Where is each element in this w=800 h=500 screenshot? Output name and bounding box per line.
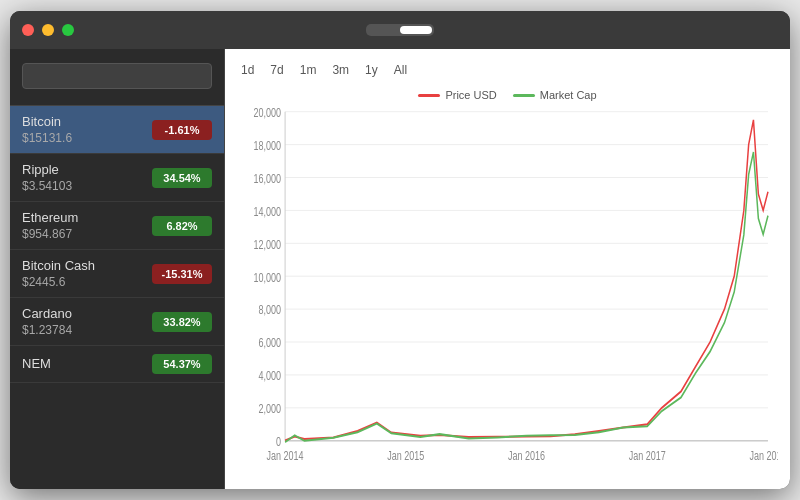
svg-text:10,000: 10,000 [254,270,282,284]
traffic-lights [22,24,74,36]
main-content: Bitcoin $15131.6 -1.61% Ripple $3.54103 … [10,49,790,489]
coin-item-bitcoin-cash[interactable]: Bitcoin Cash $2445.6 -15.31% [10,250,224,298]
legend-item: Price USD [418,89,496,101]
change-badge: 6.82% [152,216,212,236]
coin-list-header [10,93,224,106]
coin-info: Bitcoin Cash $2445.6 [22,258,95,289]
time-filter-1d[interactable]: 1d [237,61,258,79]
legend-item: Market Cap [513,89,597,101]
coin-name: NEM [22,356,51,371]
tab-realtime[interactable] [368,26,400,34]
sidebar: Bitcoin $15131.6 -1.61% Ripple $3.54103 … [10,49,225,489]
sidebar-header [10,49,224,93]
tab-portfolio[interactable] [400,26,432,34]
search-input[interactable] [22,63,212,89]
time-filter-1y[interactable]: 1y [361,61,382,79]
time-filter-7d[interactable]: 7d [266,61,287,79]
svg-text:Jan 2017: Jan 2017 [629,448,666,462]
change-badge: -1.61% [152,120,212,140]
time-filter-group: 1d7d1m3m1yAll [237,61,778,79]
svg-text:Jan 2018: Jan 2018 [749,448,778,462]
legend-color [513,94,535,97]
coin-item-nem[interactable]: NEM 54.37% [10,346,224,383]
change-badge: 54.37% [152,354,212,374]
titlebar [10,11,790,49]
coin-price: $3.54103 [22,179,72,193]
bitcoin-chart: 02,0004,0006,0008,00010,00012,00014,0001… [237,105,778,481]
price-line [285,120,768,441]
svg-text:2,000: 2,000 [259,402,282,416]
svg-text:Jan 2015: Jan 2015 [387,448,424,462]
time-filter-1m[interactable]: 1m [296,61,321,79]
time-filter-3m[interactable]: 3m [328,61,353,79]
coin-name: Bitcoin [22,114,72,129]
svg-text:Jan 2016: Jan 2016 [508,448,545,462]
coin-price: $954.867 [22,227,78,241]
svg-text:0: 0 [276,435,281,449]
coin-price: $1.23784 [22,323,72,337]
svg-text:8,000: 8,000 [259,303,282,317]
change-badge: 34.54% [152,168,212,188]
coin-name: Ethereum [22,210,78,225]
coin-list: Bitcoin $15131.6 -1.61% Ripple $3.54103 … [10,106,224,489]
coin-info: Ethereum $954.867 [22,210,78,241]
svg-text:14,000: 14,000 [254,204,282,218]
legend-color [418,94,440,97]
tab-group [366,24,434,36]
minimize-button[interactable] [42,24,54,36]
legend-label: Price USD [445,89,496,101]
coin-name: Ripple [22,162,72,177]
coin-item-ripple[interactable]: Ripple $3.54103 34.54% [10,154,224,202]
chart-area: 1d7d1m3m1yAll Price USDMarket Cap 02,000… [225,49,790,489]
coin-name: Cardano [22,306,72,321]
coin-price: $2445.6 [22,275,95,289]
coin-price: $15131.6 [22,131,72,145]
coin-item-cardano[interactable]: Cardano $1.23784 33.82% [10,298,224,346]
time-filter-All[interactable]: All [390,61,411,79]
chart-container: 02,0004,0006,0008,00010,00012,00014,0001… [237,105,778,481]
coin-info: NEM [22,356,51,373]
svg-text:16,000: 16,000 [254,172,282,186]
svg-text:4,000: 4,000 [259,369,282,383]
coin-name: Bitcoin Cash [22,258,95,273]
svg-text:12,000: 12,000 [254,237,282,251]
marketcap-line [285,152,768,442]
coin-info: Bitcoin $15131.6 [22,114,72,145]
svg-text:20,000: 20,000 [254,106,282,120]
svg-text:6,000: 6,000 [259,336,282,350]
maximize-button[interactable] [62,24,74,36]
chart-legend: Price USDMarket Cap [237,89,778,101]
coin-item-bitcoin[interactable]: Bitcoin $15131.6 -1.61% [10,106,224,154]
coin-info: Ripple $3.54103 [22,162,72,193]
change-badge: 33.82% [152,312,212,332]
coin-item-ethereum[interactable]: Ethereum $954.867 6.82% [10,202,224,250]
coin-info: Cardano $1.23784 [22,306,72,337]
app-window: Bitcoin $15131.6 -1.61% Ripple $3.54103 … [10,11,790,489]
change-badge: -15.31% [152,264,212,284]
close-button[interactable] [22,24,34,36]
legend-label: Market Cap [540,89,597,101]
svg-text:18,000: 18,000 [254,139,282,153]
svg-text:Jan 2014: Jan 2014 [267,448,304,462]
